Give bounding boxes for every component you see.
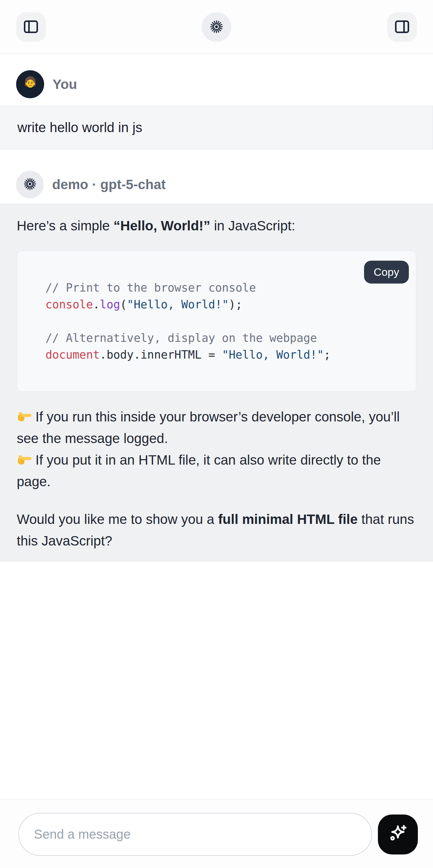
top-bar (0, 0, 433, 54)
send-button[interactable] (378, 814, 418, 855)
code-token: console (45, 298, 93, 311)
question-text-post: that runs (358, 512, 414, 527)
sidebar-toggle-button[interactable] (16, 12, 46, 42)
tip-text: see the message logged. (17, 431, 168, 446)
right-panel-toggle-button[interactable] (387, 12, 417, 42)
code-token: .body.innerHTML = (100, 348, 222, 361)
pointing-right-icon (17, 451, 32, 464)
tip-text: page. (17, 474, 51, 489)
assistant-sender-row: demo · gpt-5-chat (0, 171, 433, 198)
code-token: ); (229, 298, 242, 311)
code-token: ( (120, 298, 127, 311)
sparkle-icon (387, 824, 408, 846)
user-sender-row: You (0, 70, 433, 98)
panel-right-icon (394, 19, 410, 36)
model-button[interactable] (202, 12, 231, 42)
code-token: "Hello, World!" (127, 298, 229, 311)
assistant-question-paragraph: Would you like me to show you a full min… (17, 508, 416, 552)
message-input[interactable] (18, 813, 372, 856)
code-token: "Hello, World!" (222, 348, 324, 361)
code-comment: // Alternatively, display on the webpage (45, 332, 317, 344)
code-comment: // Print to the browser console (45, 281, 256, 294)
assistant-sender-label: demo · gpt-5-chat (52, 177, 165, 192)
assistant-avatar (16, 171, 44, 198)
code-block: Copy // Print to the browser console con… (17, 251, 416, 392)
assistant-tips-paragraph: If you run this inside your browser’s de… (17, 406, 416, 492)
composer-bar (0, 799, 433, 868)
code-token: document (45, 348, 100, 361)
user-sender-label: You (53, 77, 77, 92)
code-token: log (100, 298, 120, 311)
user-message: write hello world in js (0, 106, 433, 150)
code-token: . (93, 298, 100, 311)
person-emoji-icon (20, 74, 40, 95)
intro-bold-text: “Hello, World!” (114, 218, 210, 233)
pointing-right-icon (17, 407, 32, 421)
user-message-text: write hello world in js (18, 120, 142, 135)
starburst-icon (23, 177, 37, 192)
assistant-intro-paragraph: Here’s a simple “Hello, World!” in JavaS… (17, 215, 416, 237)
copy-code-button[interactable]: Copy (364, 261, 409, 283)
tip-text: If you run this inside your browser’s de… (35, 409, 400, 424)
code-content: // Print to the browser console console.… (45, 279, 403, 363)
question-bold-text: full minimal HTML file (218, 512, 358, 527)
panel-left-icon (23, 19, 39, 36)
intro-text: Here’s a simple (17, 218, 114, 233)
assistant-message: Here’s a simple “Hello, World!” in JavaS… (0, 204, 433, 562)
tip-text: If you put it in an HTML file, it can al… (35, 453, 381, 467)
starburst-icon (209, 20, 224, 35)
code-token: ; (324, 348, 331, 361)
user-avatar (16, 70, 44, 98)
intro-text-post: in JavaScript: (210, 218, 296, 233)
question-text-line2: this JavaScript? (17, 533, 112, 548)
question-text: Would you like me to show you a (17, 512, 218, 527)
